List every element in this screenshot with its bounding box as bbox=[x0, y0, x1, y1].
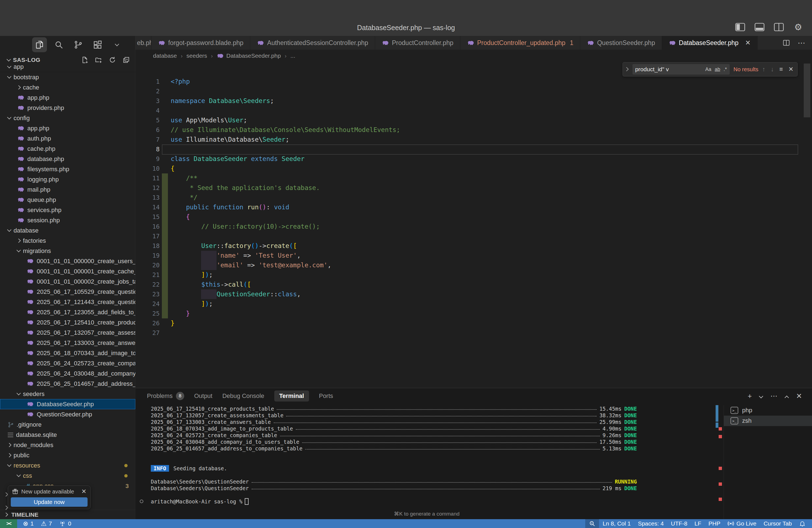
go-live[interactable]: Go Live bbox=[724, 519, 760, 528]
tree-file-2025_06_17_121443_create_questions...[interactable]: 2025_06_17_121443_create_questions... bbox=[0, 297, 135, 307]
find-in-selection-icon[interactable]: ≡ bbox=[779, 66, 783, 73]
panel-tab-terminal[interactable]: Terminal bbox=[274, 391, 309, 401]
code-line[interactable]: 20 'email' => 'test@example.com', bbox=[135, 260, 812, 270]
tree-folder-css[interactable]: css bbox=[0, 471, 135, 481]
search-icon[interactable] bbox=[52, 37, 66, 52]
tree-folder-cache[interactable]: cache bbox=[0, 82, 135, 92]
update-now-button[interactable]: Update now bbox=[11, 497, 88, 507]
tree-file-0001_01_01_000002_create_jobs_tab...[interactable]: 0001_01_01_000002_create_jobs_tab... bbox=[0, 276, 135, 287]
tree-file-mail.php[interactable]: mail.php bbox=[0, 185, 135, 195]
code-line[interactable]: 6// use Illuminate\Database\Console\Seed… bbox=[135, 125, 812, 135]
settings-gear-icon[interactable]: ⚙ bbox=[793, 22, 804, 32]
tree-file-filesystems.php[interactable]: filesystems.php bbox=[0, 164, 135, 174]
tree-file-2025_06_17_123055_add_fields_to_u...[interactable]: 2025_06_17_123055_add_fields_to_u... bbox=[0, 307, 135, 317]
close-icon[interactable]: ✕ bbox=[745, 39, 751, 47]
language-mode[interactable]: PHP bbox=[705, 519, 724, 528]
tree-folder-seeders[interactable]: seeders bbox=[0, 389, 135, 399]
tree-folder-migrations[interactable]: migrations bbox=[0, 246, 135, 256]
tree-file-2025_06_18_070343_add_image_to_...[interactable]: 2025_06_18_070343_add_image_to_... bbox=[0, 348, 135, 358]
terminal-output[interactable]: 2025_06_17_125410_create_products_table1… bbox=[151, 406, 637, 505]
code-line[interactable]: 26} bbox=[135, 318, 812, 328]
tree-file-DatabaseSeeder.php[interactable]: DatabaseSeeder.php bbox=[0, 399, 135, 409]
code-line[interactable]: 21 ]); bbox=[135, 270, 812, 280]
tab-DatabaseSeeder.php[interactable]: DatabaseSeeder.php✕ bbox=[662, 36, 758, 50]
toggle-replace-chevron-icon[interactable] bbox=[625, 67, 628, 72]
tree-file-session.php[interactable]: session.php bbox=[0, 215, 135, 225]
tab-eb.php[interactable]: eb.php bbox=[135, 36, 151, 50]
code-line[interactable]: 4 bbox=[135, 106, 812, 115]
breadcrumb-item[interactable]: seeders bbox=[186, 53, 207, 59]
extensions-icon[interactable] bbox=[90, 37, 105, 52]
tree-folder-factories[interactable]: factories bbox=[0, 236, 135, 246]
tree-file-2025_06_17_125410_create_products...[interactable]: 2025_06_17_125410_create_products... bbox=[0, 317, 135, 327]
code-editor[interactable]: 1<?php23namespace Database\Seeders;45use… bbox=[135, 62, 812, 388]
code-line[interactable]: 13 */ bbox=[135, 193, 812, 202]
breadcrumb-item[interactable]: database bbox=[153, 53, 177, 59]
chevron-down-icon[interactable] bbox=[110, 37, 124, 52]
tree-file-services.php[interactable]: services.php bbox=[0, 205, 135, 215]
tree-file-app.php[interactable]: app.php bbox=[0, 92, 135, 103]
tree-file-providers.php[interactable]: providers.php bbox=[0, 103, 135, 113]
code-line[interactable]: 18 User::factory()->create([ bbox=[135, 241, 812, 251]
tree-folder-bootstrap[interactable]: bootstrap bbox=[0, 72, 135, 82]
split-editor-icon[interactable] bbox=[782, 39, 791, 47]
panel-tab-problems[interactable]: Problems8 bbox=[147, 392, 184, 400]
next-match-icon[interactable]: ↓ bbox=[771, 66, 774, 73]
layout-sidebar-left-icon[interactable] bbox=[735, 22, 746, 32]
code-line[interactable]: 22 $this->call([ bbox=[135, 280, 812, 289]
tree-folder-database[interactable]: database bbox=[0, 225, 135, 236]
code-line[interactable]: 7use Illuminate\Database\Seeder; bbox=[135, 135, 812, 144]
code-line[interactable]: 17 bbox=[135, 231, 812, 241]
tree-file-database.sqlite[interactable]: database.sqlite bbox=[0, 430, 135, 440]
tree-folder-app[interactable]: app bbox=[0, 62, 135, 72]
tree-file-queue.php[interactable]: queue.php bbox=[0, 195, 135, 205]
encoding[interactable]: UTF-8 bbox=[667, 519, 691, 528]
indentation[interactable]: Spaces: 4 bbox=[634, 519, 667, 528]
tab-AuthenticatedSessionController.php[interactable]: AuthenticatedSessionController.php bbox=[250, 36, 375, 50]
tab-ProductController_updated.php[interactable]: ProductController_updated.php1 bbox=[460, 36, 580, 50]
code-line[interactable]: 15 { bbox=[135, 212, 812, 222]
tree-file-app.php[interactable]: app.php bbox=[0, 123, 135, 133]
code-line[interactable]: 24 ]); bbox=[135, 299, 812, 309]
code-line[interactable]: 3namespace Database\Seeders; bbox=[135, 96, 812, 106]
terminal-session-php[interactable]: >_php bbox=[724, 405, 812, 415]
whole-word-icon[interactable]: ab bbox=[715, 67, 720, 72]
code-line[interactable]: 5use App\Models\User; bbox=[135, 115, 812, 125]
maximize-panel-icon[interactable] bbox=[785, 392, 788, 400]
code-line[interactable]: 12 * Seed the application's database. bbox=[135, 183, 812, 193]
tab-ProductController.php[interactable]: ProductController.php bbox=[375, 36, 460, 50]
panel-tab-ports[interactable]: Ports bbox=[319, 392, 333, 400]
code-line[interactable]: 2 bbox=[135, 86, 812, 96]
tree-file-2025_06_24_030048_add_company_...[interactable]: 2025_06_24_030048_add_company_... bbox=[0, 368, 135, 379]
tab-forgot-password.blade.php[interactable]: forgot-password.blade.php bbox=[151, 36, 250, 50]
ports-indicator[interactable]: 0 bbox=[56, 519, 75, 528]
tree-file-.gitignore[interactable]: .gitignore bbox=[0, 420, 135, 430]
code-line[interactable]: 14 public function run(): void bbox=[135, 202, 812, 212]
tree-file-0001_01_01_000001_create_cache_ta...[interactable]: 0001_01_01_000001_create_cache_ta... bbox=[0, 266, 135, 276]
scrollbar-thumb[interactable] bbox=[715, 423, 719, 428]
search-status[interactable] bbox=[585, 519, 599, 528]
more-actions-icon[interactable]: ⋯ bbox=[770, 392, 778, 400]
source-control-icon[interactable] bbox=[71, 37, 86, 52]
tree-file-logging.php[interactable]: logging.php bbox=[0, 174, 135, 185]
breadcrumb-item[interactable]: ... bbox=[290, 53, 295, 59]
errors-indicator[interactable]: ⊗1 bbox=[19, 519, 37, 528]
code-line[interactable]: 27 bbox=[135, 328, 812, 338]
code-line[interactable]: 8 bbox=[135, 144, 812, 154]
terminal-session-zsh[interactable]: >_zsh bbox=[724, 415, 812, 426]
code-line[interactable]: 9class DatabaseSeeder extends Seeder bbox=[135, 154, 812, 164]
launch-profile-chevron-icon[interactable] bbox=[759, 392, 763, 400]
regex-icon[interactable]: .* bbox=[724, 67, 727, 72]
breadcrumb-item[interactable]: DatabaseSeeder.php bbox=[217, 52, 280, 60]
code-line[interactable]: 23 QuestionSeeder::class, bbox=[135, 289, 812, 299]
panel-tab-output[interactable]: Output bbox=[194, 392, 213, 400]
tree-file-0001_01_01_000000_create_users_ta...[interactable]: 0001_01_01_000000_create_users_ta... bbox=[0, 256, 135, 266]
code-line[interactable]: 10{ bbox=[135, 164, 812, 173]
close-icon[interactable]: ✕ bbox=[82, 488, 86, 495]
code-line[interactable]: 1<?php bbox=[135, 77, 812, 86]
close-panel-icon[interactable]: ✕ bbox=[796, 392, 802, 400]
more-actions-icon[interactable]: ⋯ bbox=[798, 39, 806, 47]
code-line[interactable]: 25 } bbox=[135, 309, 812, 318]
layout-panel-icon[interactable] bbox=[754, 22, 765, 32]
prev-match-icon[interactable]: ↑ bbox=[762, 66, 765, 73]
